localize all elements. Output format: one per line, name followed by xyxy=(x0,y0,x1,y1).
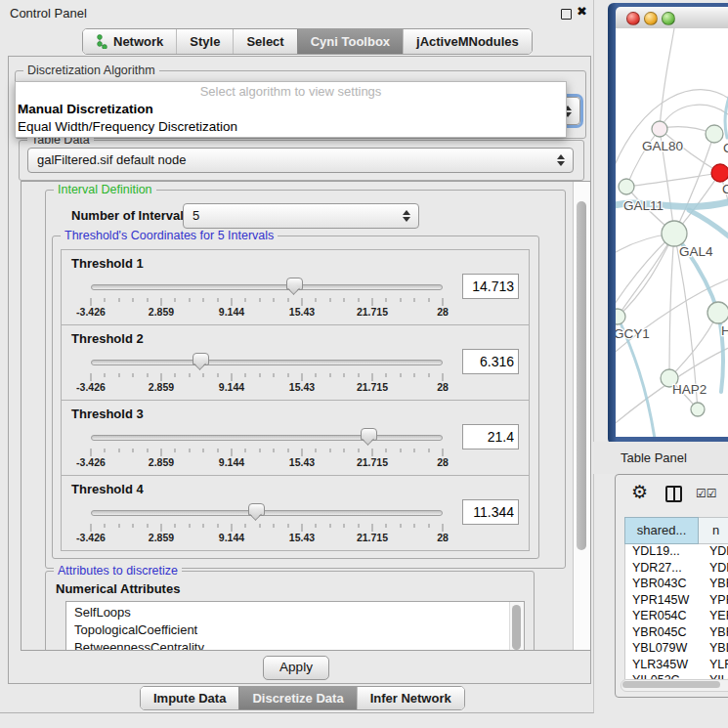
cell-name[interactable]: YDL1 xyxy=(700,544,728,561)
tab-select[interactable]: Select xyxy=(233,29,296,54)
network-node[interactable] xyxy=(619,179,634,194)
scrollbar-thumb[interactable] xyxy=(622,681,720,688)
slider-tick-labels: -3.4262.8599.14415.4321.71528 xyxy=(91,381,443,394)
cell-shared-name[interactable]: YLR345W xyxy=(625,658,700,674)
cell-shared-name[interactable]: YPR145W xyxy=(625,593,700,610)
cell-name[interactable]: YBR0 xyxy=(700,577,728,593)
table-panel-title: Table Panel xyxy=(621,450,687,465)
dropdown-hint: Select algorithm to view settings xyxy=(16,82,566,101)
network-node[interactable] xyxy=(616,309,625,324)
network-edge[interactable] xyxy=(616,234,674,310)
network-node-label: GCY1 xyxy=(616,326,650,341)
zoom-traffic-light-icon[interactable] xyxy=(662,12,675,25)
table-rows: YDL19...YDL1YDR27...YDR2YBR043CYBR0YPR14… xyxy=(624,544,728,679)
network-edge[interactable] xyxy=(618,234,674,317)
tab-infer-network[interactable]: Infer Network xyxy=(357,687,464,709)
table-row[interactable]: YPR145WYPR1 xyxy=(625,593,728,610)
network-canvas[interactable]: GAL80GACGAL11GAL4GCY1HHAP2 xyxy=(616,28,728,437)
gear-icon[interactable]: ⚙ xyxy=(631,481,648,503)
threshold-slider[interactable] xyxy=(91,277,443,296)
minimize-traffic-light-icon[interactable] xyxy=(644,12,658,25)
table-data-combobox[interactable]: galFiltered.sif default node xyxy=(27,148,574,173)
horizontal-scrollbar[interactable] xyxy=(621,679,728,692)
network-edge-thick[interactable] xyxy=(689,210,728,241)
close-traffic-light-icon[interactable] xyxy=(626,12,640,25)
column-header-name[interactable]: n xyxy=(699,517,728,544)
network-node[interactable] xyxy=(691,403,705,416)
tab-style[interactable]: Style xyxy=(176,29,233,54)
cell-name[interactable]: YLR3 xyxy=(700,658,728,674)
network-window: GAL80GACGAL11GAL4GCY1HHAP2 xyxy=(608,3,728,445)
vertical-scrollbar[interactable] xyxy=(573,182,590,650)
num-intervals-combobox[interactable]: 5 xyxy=(183,203,419,229)
table-row[interactable]: YER054CYER0 xyxy=(625,609,728,625)
list-scrollbar[interactable] xyxy=(509,602,524,651)
slider-tick-labels: -3.4262.8599.14415.4321.71528 xyxy=(91,306,443,319)
slider-thumb[interactable] xyxy=(286,278,303,290)
threshold-value-input[interactable] xyxy=(462,274,519,299)
desktop-frame: Control Panel ✖ NetworkStyleSelectCyni T… xyxy=(0,0,728,728)
table-row[interactable]: YBR045CYBR0 xyxy=(625,625,728,642)
tab-discretize-data[interactable]: Discretize Data xyxy=(238,687,356,709)
threshold-value-input[interactable] xyxy=(462,424,519,450)
network-edge[interactable] xyxy=(669,234,674,378)
combobox-stepper-icon xyxy=(403,210,411,222)
cell-name[interactable]: YDR2 xyxy=(700,561,728,578)
scrollbar-thumb[interactable] xyxy=(577,201,586,550)
table-row[interactable]: YBR043CYBR0 xyxy=(625,577,728,593)
cell-shared-name[interactable]: YBR043C xyxy=(625,577,700,593)
slider-thumb[interactable] xyxy=(248,503,265,516)
network-window-titlebar[interactable] xyxy=(616,7,728,29)
tab-label: Cyni Toolbox xyxy=(311,29,390,54)
group-title: Interval Definition xyxy=(54,183,156,196)
close-icon[interactable]: ✖ xyxy=(577,4,587,19)
slider-thumb[interactable] xyxy=(193,353,209,365)
threshold-slider[interactable] xyxy=(91,352,443,371)
tab-jactivemnodules[interactable]: jActiveMNodules xyxy=(403,29,532,54)
threshold-value-input[interactable] xyxy=(462,499,519,525)
cell-name[interactable]: YPR1 xyxy=(700,593,728,610)
network-node[interactable] xyxy=(706,125,723,143)
table-row[interactable]: YDL19...YDL1 xyxy=(625,544,728,561)
top-tab-bar: NetworkStyleSelectCyni ToolboxjActiveMNo… xyxy=(82,28,533,55)
tab-label: Network xyxy=(113,29,163,54)
network-node[interactable] xyxy=(707,302,728,323)
slider-thumb[interactable] xyxy=(361,428,377,441)
tab-impute-data[interactable]: Impute Data xyxy=(141,687,238,709)
cell-name[interactable]: YBR0 xyxy=(700,625,728,642)
network-node[interactable] xyxy=(652,121,667,137)
network-node[interactable] xyxy=(662,221,687,246)
group-title: Attributes to discretize xyxy=(54,564,182,578)
cell-shared-name[interactable]: YDL19... xyxy=(625,544,700,561)
float-window-icon[interactable] xyxy=(561,9,572,20)
network-edge[interactable] xyxy=(626,173,720,187)
network-edge[interactable] xyxy=(626,129,660,187)
apply-button[interactable]: Apply xyxy=(263,656,329,680)
node-table: shared... n YDL19...YDL1YDR27...YDR2YBR0… xyxy=(624,517,728,679)
checkboxes-icon[interactable]: ☑☑ xyxy=(696,487,717,500)
table-row[interactable]: YBL079WYBL0 xyxy=(625,641,728,658)
dropdown-option[interactable]: Manual Discretization xyxy=(16,101,566,118)
threshold-slider[interactable] xyxy=(91,427,443,447)
attribute-list-item[interactable]: SelfLoops xyxy=(74,604,524,621)
tab-cyni-toolbox[interactable]: Cyni Toolbox xyxy=(297,29,403,54)
cell-shared-name[interactable]: YER054C xyxy=(625,609,700,625)
cell-name[interactable]: YER0 xyxy=(700,609,728,625)
attribute-list-item[interactable]: TopologicalCoefficient xyxy=(74,621,524,639)
numerical-attributes-list[interactable]: SelfLoopsTopologicalCoefficientBetweenne… xyxy=(65,601,525,651)
cell-name[interactable]: YBL0 xyxy=(700,641,728,658)
attribute-list-item[interactable]: BetweennessCentrality xyxy=(74,639,524,651)
table-row[interactable]: YDR27...YDR2 xyxy=(625,561,728,578)
table-row[interactable]: YLR345WYLR3 xyxy=(625,658,728,674)
tab-network[interactable]: Network xyxy=(83,29,176,54)
split-columns-icon[interactable] xyxy=(665,486,682,502)
threshold-panel: Threshold 1-3.4262.8599.14415.4321.71528 xyxy=(61,249,530,325)
dropdown-option[interactable]: Equal Width/Frequency Discretization xyxy=(16,118,566,136)
network-node[interactable] xyxy=(711,164,728,182)
cell-shared-name[interactable]: YBR045C xyxy=(625,625,700,642)
column-header-shared[interactable]: shared... xyxy=(624,517,699,544)
threshold-value-input[interactable] xyxy=(462,349,519,374)
cell-shared-name[interactable]: YDR27... xyxy=(625,561,700,578)
cell-shared-name[interactable]: YBL079W xyxy=(625,641,700,658)
threshold-slider[interactable] xyxy=(91,502,443,522)
